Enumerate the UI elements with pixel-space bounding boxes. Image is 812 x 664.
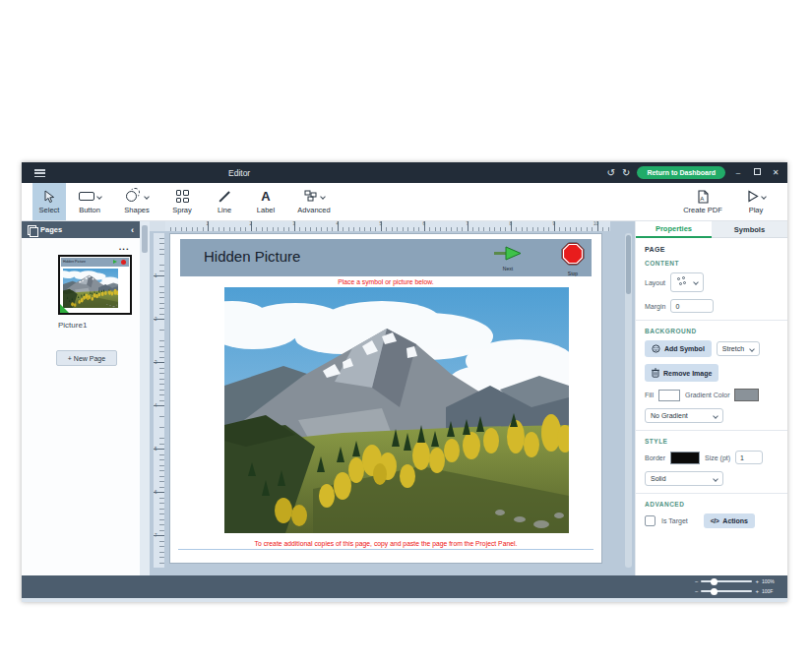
layout-scatter-icon: [676, 276, 688, 288]
layout-label: Layout: [645, 279, 665, 286]
style-section-header: STYLE: [645, 438, 780, 445]
fit-plus-icon[interactable]: +: [755, 588, 759, 594]
zoom-in-icon[interactable]: +: [755, 578, 759, 584]
gradient-select[interactable]: No Gradient: [645, 408, 723, 423]
minimize-button[interactable]: –: [732, 168, 744, 177]
maximize-button[interactable]: [751, 168, 763, 177]
is-target-checkbox[interactable]: [645, 515, 656, 526]
pages-icon: [28, 225, 36, 235]
border-size-input[interactable]: 1: [735, 451, 763, 464]
hamburger-menu-icon[interactable]: [34, 169, 45, 177]
tool-select[interactable]: Select: [32, 183, 66, 220]
more-menu-icon[interactable]: •••: [119, 246, 130, 252]
page-title: Hidden Picture: [204, 248, 300, 265]
canvas-vertical-scrollbar[interactable]: [625, 233, 632, 568]
next-arrow-icon: [493, 246, 523, 261]
border-color-swatch[interactable]: [670, 452, 700, 464]
toolbar: Select Button Shapes Spray Line A Label: [22, 183, 787, 221]
page-thumbnail[interactable]: Hidden Picture: [58, 255, 132, 315]
tab-properties[interactable]: Properties: [636, 221, 712, 238]
shapes-icon: [126, 189, 149, 204]
tool-label: Select: [39, 206, 60, 214]
layout-select[interactable]: [670, 272, 704, 292]
undo-icon[interactable]: ↺: [607, 168, 615, 178]
actions-button[interactable]: </> Actions: [704, 513, 755, 528]
border-style-select[interactable]: Solid: [645, 471, 723, 486]
tool-shapes[interactable]: Shapes: [113, 183, 160, 220]
mountain-photo[interactable]: [224, 287, 569, 533]
pages-panel: Pages ‹ ••• Hidden Picture Picture1 + Ne…: [22, 221, 140, 575]
line-icon: [218, 189, 231, 204]
tool-button[interactable]: Button: [66, 183, 113, 220]
page-header-band[interactable]: Hidden Picture Next Stop: [180, 239, 592, 276]
remove-image-button[interactable]: Remove Image: [645, 364, 718, 382]
zoom-out-icon[interactable]: −: [695, 578, 699, 584]
symbol-face-icon: [652, 344, 660, 353]
zoom-slider-row: − + 100%: [695, 577, 778, 585]
tool-label: Shapes: [124, 206, 149, 214]
margin-input[interactable]: 0: [670, 299, 714, 313]
gradient-color-swatch[interactable]: [734, 389, 759, 401]
window-bottom-strip: [22, 598, 787, 602]
tool-label: Button: [79, 206, 100, 214]
redo-icon[interactable]: ↻: [622, 168, 630, 178]
status-bar: − + 100% − + 100F: [22, 575, 787, 598]
play-icon: [747, 189, 766, 204]
button-shape-icon: [79, 189, 101, 204]
select-cursor-icon: [43, 189, 56, 204]
tool-label-tool[interactable]: A Label: [245, 183, 286, 220]
return-to-dashboard-button[interactable]: Return to Dashboard: [637, 166, 725, 179]
bottom-hint-text: To create additional copies of this page…: [170, 540, 601, 547]
horizontal-ruler: 12345678910: [165, 221, 610, 231]
properties-panel: Properties Symbols PAGE CONTENT Layout: [635, 221, 787, 575]
stop-label: Stop: [557, 271, 589, 276]
page-name-label: Picture1: [58, 321, 87, 330]
thumbnail-stop-icon: [121, 260, 126, 265]
is-target-label: Is Target: [661, 517, 688, 524]
pages-panel-header: Pages ‹: [22, 221, 140, 238]
titlebar: Editor ↺ ↻ Return to Dashboard – ✕: [22, 162, 787, 183]
thumbnail-title: Hidden Picture: [63, 260, 86, 264]
stop-button[interactable]: Stop: [557, 242, 589, 276]
zoom-value: 100%: [762, 578, 778, 584]
stretch-select[interactable]: Stretch: [717, 341, 760, 356]
advanced-icon: [304, 189, 325, 204]
play-button[interactable]: Play: [730, 183, 781, 220]
add-symbol-button[interactable]: Add Symbol: [645, 340, 712, 357]
tool-label: Line: [218, 206, 231, 214]
page-section-header: PAGE: [645, 246, 780, 253]
tool-advanced[interactable]: Advanced: [286, 183, 342, 220]
background-section-header: BACKGROUND: [645, 328, 780, 334]
margin-label: Margin: [645, 303, 665, 310]
thumbnail-header-band: Hidden Picture: [61, 258, 129, 267]
selected-page-indicator: [60, 304, 69, 313]
next-button[interactable]: Next: [487, 246, 529, 272]
fit-minus-icon[interactable]: −: [695, 588, 699, 594]
size-label: Size (pt): [705, 454, 730, 461]
tool-line[interactable]: Line: [204, 183, 245, 220]
create-pdf-button[interactable]: A Create PDF: [675, 183, 730, 220]
zoom-slider[interactable]: [701, 580, 752, 582]
fill-color-swatch[interactable]: [658, 390, 680, 401]
tool-spray[interactable]: Spray: [160, 183, 204, 220]
pages-scrollbar[interactable]: [140, 221, 150, 575]
tool-label: Spray: [172, 206, 192, 214]
new-page-button[interactable]: + New Page: [56, 350, 117, 366]
border-label: Border: [645, 454, 665, 461]
pdf-file-icon: A: [697, 189, 709, 204]
editor-window: Editor ↺ ↻ Return to Dashboard – ✕ Selec…: [22, 162, 787, 602]
fit-slider[interactable]: [701, 590, 752, 592]
fit-value: 100F: [762, 588, 778, 594]
advanced-section-header: ADVANCED: [645, 501, 780, 508]
ruler-corner: [150, 221, 165, 231]
svg-text:A: A: [700, 195, 704, 201]
thumbnail-image: [63, 269, 118, 308]
stop-octagon-icon: [561, 242, 585, 266]
tool-label: Advanced: [297, 206, 330, 214]
tab-symbols[interactable]: Symbols: [712, 221, 787, 238]
collapse-panel-icon[interactable]: ‹: [131, 225, 134, 235]
label-a-icon: A: [261, 189, 270, 204]
editor-page[interactable]: Hidden Picture Next Stop: [169, 233, 602, 564]
vertical-ruler: 1234567: [154, 233, 164, 568]
close-button[interactable]: ✕: [770, 168, 781, 177]
